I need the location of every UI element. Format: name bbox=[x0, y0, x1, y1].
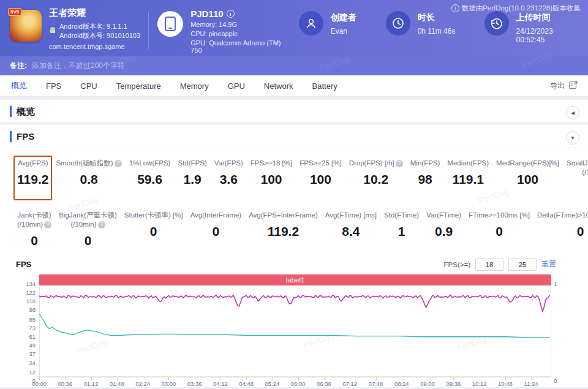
stat-value: 0.8 bbox=[56, 172, 121, 187]
stat-label: BigJank(严重卡顿) bbox=[59, 211, 117, 219]
device-cpu: CPU: pineapple bbox=[190, 30, 293, 37]
tab-FPS[interactable]: FPS bbox=[45, 76, 62, 96]
duration-label: 时长 bbox=[418, 12, 456, 23]
stat-1%Low(FPS): 1%Low(FPS)59.6 bbox=[126, 156, 175, 200]
stat-value: 1.9 bbox=[178, 172, 206, 187]
game-app-icon: 5V5 bbox=[10, 10, 42, 42]
y-tick: 85 bbox=[29, 315, 36, 322]
y-tick: 134 bbox=[26, 280, 36, 287]
stat-FTime>=100ms [%]: FTime>=100ms [%]0 bbox=[465, 208, 533, 252]
x-tick: 06:36 bbox=[317, 380, 331, 387]
fps-title: FPS bbox=[10, 131, 578, 142]
stat-label: FPS>=25 [%] bbox=[300, 159, 341, 167]
export-button[interactable]: 导出 bbox=[550, 80, 578, 91]
help-icon[interactable]: ? bbox=[44, 221, 51, 228]
stat-label: Delta(FTime)>100ms [/h] bbox=[537, 211, 588, 219]
report-header: i 数据由PerfDog(10.0.231228)版本收集 5V5 王者荣耀 A… bbox=[0, 0, 588, 75]
stat-Avg(FPS): Avg(FPS)119.2 bbox=[13, 156, 52, 200]
stat-label: Std(FPS) bbox=[178, 159, 206, 167]
left-axis-ticks: 13412211098857361493724120 bbox=[13, 284, 37, 380]
stat-SmallJank(微小卡顿): SmallJank(微小卡顿)(/10min)?0 bbox=[563, 156, 588, 200]
stat-Avg(FPS+InterFrame): Avg(FPS+InterFrame)119.2 bbox=[245, 208, 322, 252]
stat-Smooth(稳帧指数): Smooth(稳帧指数)?0.8 bbox=[52, 156, 125, 200]
stat-label: Median(FPS) bbox=[447, 159, 489, 167]
stat-label: Jank(卡顿) bbox=[18, 211, 51, 219]
stat-label: Min(FPS) bbox=[410, 159, 440, 167]
app-package: com.tencent.tmgp.sgame bbox=[49, 43, 145, 50]
device-memory: Memory: 14.9G bbox=[190, 21, 293, 28]
stat-label-line2: (/10min) bbox=[582, 168, 588, 176]
tab-Network[interactable]: Network bbox=[263, 76, 295, 96]
stat-value: 0 bbox=[124, 224, 183, 239]
stat-label: FTime>=100ms [%] bbox=[469, 211, 530, 219]
fps-chart[interactable]: 13412211098857361493724120 10 PerfDog Pe… bbox=[39, 287, 551, 377]
y-tick: 110 bbox=[26, 298, 36, 304]
stat-value: 100 bbox=[251, 172, 292, 187]
note-placeholder[interactable]: 添加备注，不超过200个字符 bbox=[32, 61, 125, 71]
stat-Jank(卡顿): Jank(卡顿)(/10min)?0 bbox=[13, 208, 55, 252]
overview-card: 概览 ◀ bbox=[0, 100, 588, 122]
fps-threshold-high-input[interactable] bbox=[508, 259, 537, 271]
stat-label: 1%Low(FPS) bbox=[129, 159, 171, 167]
tab-Memory[interactable]: Memory bbox=[179, 76, 210, 96]
stat-label-line2: (/10min) bbox=[17, 221, 43, 228]
overview-title: 概览 bbox=[10, 106, 578, 117]
app-version-name: Android版本名: 9.1.1.1 bbox=[59, 23, 127, 30]
help-icon[interactable]: ? bbox=[115, 160, 122, 167]
stat-value: 59.6 bbox=[129, 172, 171, 187]
stat-Stutter(卡顿率) [%]: Stutter(卡顿率) [%]0 bbox=[121, 208, 187, 252]
app-versions: Android版本名: 9.1.1.1 Android版本号: 90101010… bbox=[59, 22, 140, 40]
creator-value: Evan bbox=[331, 27, 356, 36]
creator-icon bbox=[299, 11, 323, 36]
stat-MedRange(FPS)[%]: MedRange(FPS)[%]100 bbox=[492, 156, 563, 200]
app-badge: 5V5 bbox=[8, 8, 21, 16]
fps-collapse-button[interactable]: ▼ bbox=[566, 131, 579, 145]
chevron-left-icon: ◀ bbox=[571, 110, 575, 116]
stat-BigJank(严重卡顿): BigJank(严重卡顿)(/10min)?0 bbox=[55, 208, 121, 252]
stat-label: Stutter(卡顿率) [%] bbox=[124, 211, 183, 219]
reset-link[interactable]: 重置 bbox=[541, 259, 556, 270]
fps-stats-row-2: Jank(卡顿)(/10min)?0BigJank(严重卡顿)(/10min)?… bbox=[10, 200, 578, 252]
tab-Temperature[interactable]: Temperature bbox=[115, 76, 162, 96]
tab-Battery[interactable]: Battery bbox=[311, 76, 339, 96]
stat-Std(FTime): Std(FTime)1 bbox=[380, 208, 423, 252]
stat-value: 0 bbox=[469, 224, 530, 239]
stat-value: 0 bbox=[190, 224, 242, 239]
stat-label: Var(FPS) bbox=[214, 159, 243, 167]
help-icon[interactable]: ? bbox=[396, 160, 403, 167]
stat-FPS>=18 [%]: FPS>=18 [%]100 bbox=[247, 156, 296, 200]
stat-value: 0 bbox=[567, 181, 588, 196]
upload-time-icon bbox=[484, 11, 509, 36]
tab-CPU[interactable]: CPU bbox=[79, 76, 98, 96]
x-tick: 08:24 bbox=[394, 380, 409, 387]
stat-label: SmallJank(微小卡顿) bbox=[567, 159, 588, 167]
fps-threshold-label: FPS(>=) bbox=[444, 261, 470, 268]
stat-Drop(FPS) [/h]: Drop(FPS) [/h]?10.2 bbox=[345, 156, 407, 200]
tab-GPU[interactable]: GPU bbox=[227, 76, 246, 96]
overview-collapse-button[interactable]: ◀ bbox=[566, 106, 579, 119]
x-axis-ticks: 00:0000:3601:1201:4802:2403:0003:3604:12… bbox=[39, 379, 551, 388]
stat-FPS>=25 [%]: FPS>=25 [%]100 bbox=[296, 156, 345, 200]
stat-value: 119.2 bbox=[17, 172, 48, 187]
help-icon[interactable]: ? bbox=[98, 221, 105, 228]
upload-value: 24/12/2023 00:52:45 bbox=[516, 27, 578, 44]
export-label: 导出 bbox=[550, 81, 565, 91]
x-tick: 05:24 bbox=[265, 380, 280, 387]
stat-label: Smooth(稳帧指数) bbox=[56, 159, 113, 167]
android-icon bbox=[49, 26, 56, 37]
chevron-down-icon: ▼ bbox=[570, 135, 575, 141]
device-name: PJD110 bbox=[190, 9, 223, 19]
fps-card: FPS ▼ Avg(FPS)119.2Smooth(稳帧指数)?0.81%Low… bbox=[0, 125, 588, 387]
fps-threshold-low-input[interactable] bbox=[475, 259, 503, 271]
info-icon[interactable]: i bbox=[451, 4, 459, 12]
x-tick: 04:12 bbox=[213, 380, 228, 387]
device-info-icon[interactable]: i bbox=[227, 10, 235, 18]
stat-Min(FPS): Min(FPS)98 bbox=[407, 156, 444, 200]
y-tick: 73 bbox=[29, 324, 36, 331]
x-tick: 04:48 bbox=[239, 380, 254, 387]
stat-label-line2: (/10min) bbox=[70, 221, 96, 228]
fps-chart-title: FPS bbox=[16, 260, 31, 269]
stat-label: Std(FTime) bbox=[384, 211, 419, 219]
right-y-tick: 0 bbox=[554, 377, 557, 383]
tab-概览[interactable]: 概览 bbox=[10, 75, 28, 97]
